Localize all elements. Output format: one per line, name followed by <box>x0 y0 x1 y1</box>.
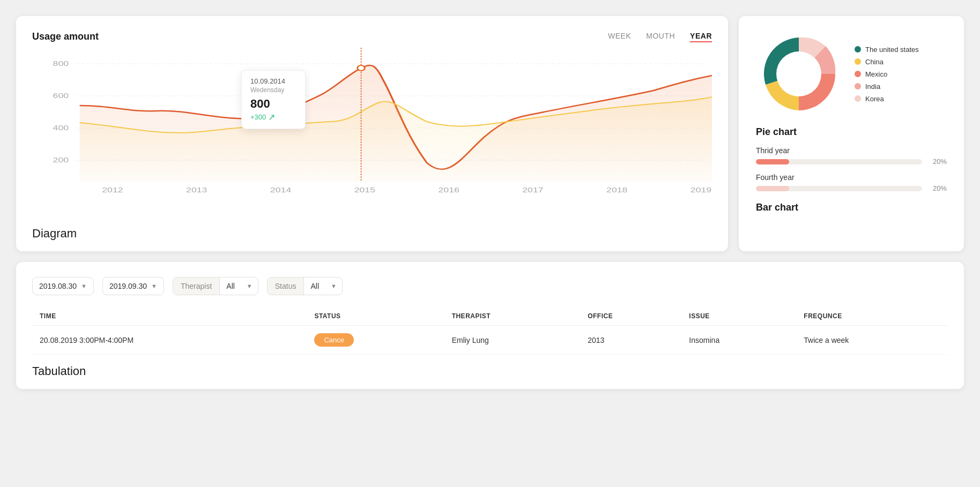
svg-point-18 <box>776 51 821 96</box>
svg-text:600: 600 <box>53 92 69 99</box>
legend-dot-us <box>855 46 861 53</box>
svg-point-17 <box>358 65 365 71</box>
legend-item-mexico: Mexico <box>855 70 919 78</box>
cell-therapist: Emliy Lung <box>444 326 581 355</box>
bar-label-fourth: Fourth year <box>756 173 947 182</box>
bar-fill-thrid <box>756 159 789 164</box>
legend-label-china: China <box>865 58 884 66</box>
donut-svg <box>756 31 842 117</box>
diagram-header: Usage amount WEEK MOUTH YEAR <box>32 31 712 42</box>
bar-track-thrid <box>756 159 922 164</box>
filter-year[interactable]: YEAR <box>690 32 712 42</box>
svg-text:400: 400 <box>53 124 69 131</box>
table-card: 2019.08.30 ▼ 2019.09.30 ▼ Therapist All … <box>16 262 964 389</box>
status-filter-value: All <box>304 278 325 295</box>
legend-dot-india <box>855 83 861 89</box>
time-filters: WEEK MOUTH YEAR <box>608 32 712 42</box>
legend-item-korea: Korea <box>855 95 919 103</box>
bar-item-fourth: Fourth year 20% <box>756 173 947 192</box>
svg-text:2018: 2018 <box>606 186 627 193</box>
date-to-filter[interactable]: 2019.09.30 ▼ <box>102 277 164 295</box>
bar-section: Thrid year 20% Fourth year 20% <box>756 146 947 192</box>
legend-label-us: The united states <box>865 46 919 54</box>
table-head: TIME STATUS THERAPIST OFFICE ISSUE FREQU… <box>32 307 948 326</box>
filter-mouth[interactable]: MOUTH <box>646 32 675 42</box>
table-filters: 2019.08.30 ▼ 2019.09.30 ▼ Therapist All … <box>32 277 948 295</box>
legend-label-india: India <box>865 83 880 91</box>
svg-text:2012: 2012 <box>102 186 123 193</box>
svg-text:2019: 2019 <box>691 186 711 193</box>
col-office: OFFICE <box>580 307 681 326</box>
table-body: 20.08.2019 3:00PM-4:00PM Cance Emliy Lun… <box>32 326 948 355</box>
tooltip-date: 10.09.2014 <box>250 77 296 85</box>
legend-label-mexico: Mexico <box>865 70 887 78</box>
tooltip-change-value: +300 <box>250 113 266 121</box>
col-issue: ISSUE <box>681 307 796 326</box>
bar-label-thrid: Thrid year <box>756 146 947 155</box>
legend-dot-korea <box>855 95 861 102</box>
diagram-title: Usage amount <box>32 31 99 42</box>
tabulation-title: Tabulation <box>32 364 948 378</box>
therapist-filter[interactable]: Therapist All ▼ <box>173 277 258 295</box>
cell-frequnce: Twice a week <box>796 326 948 355</box>
bar-row-thrid: 20% <box>756 158 947 166</box>
status-filter-label: Status <box>268 278 305 295</box>
legend-item-us: The united states <box>855 46 919 54</box>
svg-text:2017: 2017 <box>522 186 543 193</box>
col-time: TIME <box>32 307 307 326</box>
svg-text:2013: 2013 <box>186 186 207 193</box>
chart-tooltip: 10.09.2014 Wedensday 800 +300 ↗ <box>241 70 306 129</box>
status-chevron-icon: ▼ <box>325 279 342 294</box>
pie-chart-title: Pie chart <box>756 126 947 138</box>
bar-row-fourth: 20% <box>756 184 947 192</box>
bar-pct-fourth: 20% <box>927 184 947 192</box>
diagram-card: Usage amount WEEK MOUTH YEAR 800 600 400… <box>16 16 728 251</box>
legend-dot-mexico <box>855 71 861 77</box>
tooltip-arrow-icon: ↗ <box>268 112 275 122</box>
svg-text:2016: 2016 <box>438 186 459 193</box>
therapist-filter-value: All <box>220 278 241 295</box>
chart-svg: 800 600 400 200 2012 2013 2014 2015 2016… <box>32 48 712 203</box>
bar-chart-title: Bar chart <box>756 202 947 213</box>
svg-text:800: 800 <box>53 59 69 67</box>
therapist-chevron-icon: ▼ <box>241 279 258 294</box>
legend-item-india: India <box>855 83 919 91</box>
date-from-value: 2019.08.30 <box>39 282 77 290</box>
pie-bar-card: The united states China Mexico India Kor… <box>739 16 964 251</box>
tooltip-change: +300 ↗ <box>250 112 296 122</box>
cell-time: 20.08.2019 3:00PM-4:00PM <box>32 326 307 355</box>
pie-chart-wrapper <box>756 31 842 117</box>
bar-item-thrid: Thrid year 20% <box>756 146 947 166</box>
table-row: 20.08.2019 3:00PM-4:00PM Cance Emliy Lun… <box>32 326 948 355</box>
tooltip-day: Wedensday <box>250 86 296 94</box>
svg-text:200: 200 <box>53 156 69 163</box>
svg-text:2014: 2014 <box>270 186 292 193</box>
therapist-filter-label: Therapist <box>173 278 220 295</box>
bar-track-fourth <box>756 186 922 191</box>
table-header-row: TIME STATUS THERAPIST OFFICE ISSUE FREQU… <box>32 307 948 326</box>
pie-section: The united states China Mexico India Kor… <box>756 31 947 117</box>
pie-legend: The united states China Mexico India Kor… <box>855 46 919 103</box>
legend-label-korea: Korea <box>865 95 884 103</box>
date-from-chevron-icon: ▼ <box>81 283 87 289</box>
status-filter[interactable]: Status All ▼ <box>267 277 343 295</box>
col-status: STATUS <box>307 307 444 326</box>
tooltip-value: 800 <box>250 97 296 111</box>
col-frequnce: FREQUNCE <box>796 307 948 326</box>
bar-fill-fourth <box>756 186 789 191</box>
date-from-filter[interactable]: 2019.08.30 ▼ <box>32 277 94 295</box>
date-to-chevron-icon: ▼ <box>151 283 157 289</box>
cell-office: 2013 <box>580 326 681 355</box>
legend-dot-china <box>855 58 861 65</box>
legend-item-china: China <box>855 58 919 66</box>
cell-issue: Insomina <box>681 326 796 355</box>
diagram-label: Diagram <box>32 227 712 241</box>
date-to-value: 2019.09.30 <box>109 282 147 290</box>
filter-week[interactable]: WEEK <box>608 32 631 42</box>
bar-pct-thrid: 20% <box>927 158 947 166</box>
status-badge: Cance <box>314 333 354 347</box>
diagram-chart: 800 600 400 200 2012 2013 2014 2015 2016… <box>32 48 712 219</box>
cell-status: Cance <box>307 326 444 355</box>
svg-text:2015: 2015 <box>354 186 375 193</box>
data-table: TIME STATUS THERAPIST OFFICE ISSUE FREQU… <box>32 307 948 355</box>
